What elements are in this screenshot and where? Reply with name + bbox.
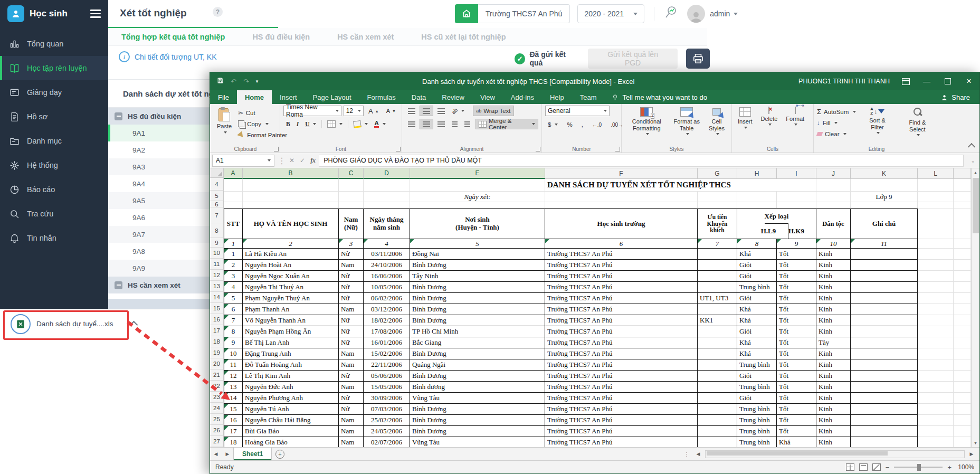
row-header-19[interactable]: 19 xyxy=(210,347,224,358)
number-format-select[interactable]: General xyxy=(545,106,610,116)
cell[interactable] xyxy=(918,315,954,326)
data-cell[interactable]: Kinh xyxy=(816,393,851,404)
cell[interactable] xyxy=(918,359,954,371)
new-sheet-button[interactable]: + xyxy=(272,448,288,460)
ribbon-tab-add-ins[interactable]: Add-ins xyxy=(503,90,542,104)
share-button[interactable]: Share xyxy=(941,90,979,104)
data-cell[interactable] xyxy=(698,371,737,382)
header-cell-hl9[interactable]: H.L9 xyxy=(749,224,788,239)
data-cell[interactable] xyxy=(698,282,737,293)
ribbon-tab-home[interactable]: Home xyxy=(237,90,272,104)
horizontal-scrollbar[interactable]: ◀ ▶ xyxy=(692,448,979,460)
grow-font-button[interactable]: A▲ xyxy=(366,106,382,116)
data-cell[interactable]: Vũng Tàu xyxy=(410,393,545,404)
index-cell[interactable]: 8 xyxy=(737,239,777,249)
sidebar-item-Giảng dạy[interactable]: Giảng dạy xyxy=(0,80,108,105)
page-break-view-icon[interactable] xyxy=(872,463,881,471)
data-cell[interactable]: Bình Dương xyxy=(410,304,545,315)
cell[interactable] xyxy=(777,192,816,202)
data-cell[interactable]: Nguyễn Đức Anh xyxy=(243,382,339,393)
index-cell[interactable]: 9 xyxy=(777,239,816,249)
conditional-formatting-button[interactable]: ≠Conditional Formatting xyxy=(625,106,668,137)
data-cell[interactable]: Trường THCS7 An Phú xyxy=(545,315,698,326)
row-header-6[interactable]: 6 xyxy=(210,201,224,207)
row-header-4[interactable]: 4 xyxy=(210,178,224,191)
data-cell[interactable]: Trung bình xyxy=(737,282,777,293)
data-cell[interactable] xyxy=(698,382,737,393)
align-top-icon[interactable] xyxy=(405,106,418,116)
data-cell[interactable] xyxy=(851,415,918,426)
data-cell[interactable]: Bế Thị Lan Anh xyxy=(243,337,339,348)
data-cell[interactable]: Nguyễn Phạm Hồng Ân xyxy=(243,326,339,337)
ngay-xet-cell[interactable]: Ngày xét: xyxy=(410,192,545,202)
cell-filler[interactable] xyxy=(954,271,971,282)
data-cell[interactable]: Kinh xyxy=(816,271,851,282)
font-family-select[interactable]: Times New Roma xyxy=(283,106,341,116)
cell-filler[interactable] xyxy=(954,415,971,426)
data-cell[interactable] xyxy=(698,437,737,447)
cell[interactable] xyxy=(918,415,954,426)
confirm-entry-icon[interactable]: ✓ xyxy=(300,157,305,164)
data-cell[interactable]: 6 xyxy=(224,304,243,315)
data-cell[interactable]: Giỏi xyxy=(737,393,777,404)
cell[interactable] xyxy=(918,382,954,393)
data-cell[interactable]: 24/05/2006 xyxy=(364,426,410,437)
cell[interactable] xyxy=(918,326,954,337)
header-cell[interactable]: Ngày tháng năm sinh xyxy=(364,208,410,239)
data-cell[interactable]: Khá xyxy=(737,348,777,359)
data-cell[interactable]: Bình Dương xyxy=(410,282,545,293)
percent-format-button[interactable]: % xyxy=(564,119,575,130)
cell[interactable] xyxy=(698,202,737,208)
index-cell[interactable]: 11 xyxy=(851,239,918,249)
data-cell[interactable]: Trường THCS7 An Phú xyxy=(545,304,698,315)
cell-filler[interactable] xyxy=(954,282,971,293)
data-cell[interactable] xyxy=(851,260,918,271)
data-cell[interactable] xyxy=(698,404,737,415)
data-cell[interactable]: Trường THCS7 An Phú xyxy=(545,326,698,337)
data-cell[interactable]: Tốt xyxy=(777,371,816,382)
data-cell[interactable]: Nam xyxy=(339,304,364,315)
scroll-up-icon[interactable]: ▲ xyxy=(972,168,979,177)
data-cell[interactable] xyxy=(698,326,737,337)
cell[interactable] xyxy=(851,202,918,208)
data-cell[interactable]: Võ Nguyễn Thanh An xyxy=(243,315,339,326)
data-cell[interactable]: Đỗ Tuấn Hoàng Anh xyxy=(243,359,339,371)
column-header-H[interactable]: H xyxy=(737,168,777,179)
ribbon-tab-help[interactable]: Help xyxy=(542,90,572,104)
increase-indent-icon[interactable] xyxy=(462,119,473,129)
data-cell[interactable] xyxy=(851,348,918,359)
row-header-9[interactable]: 9 xyxy=(210,238,224,248)
cell-filler[interactable] xyxy=(954,179,971,192)
data-cell[interactable]: 06/02/2006 xyxy=(364,293,410,304)
data-cell[interactable]: Giỏi xyxy=(737,271,777,282)
data-cell[interactable] xyxy=(851,393,918,404)
data-cell[interactable]: UT1, UT3 xyxy=(698,293,737,304)
data-cell[interactable]: Kinh xyxy=(816,293,851,304)
redo-icon[interactable]: ↷ xyxy=(243,78,249,86)
cell[interactable] xyxy=(918,393,954,404)
cell[interactable] xyxy=(918,371,954,382)
zoom-slider[interactable] xyxy=(894,467,943,468)
data-cell[interactable]: Nam xyxy=(339,359,364,371)
cell[interactable] xyxy=(918,202,954,208)
cell[interactable] xyxy=(737,202,777,208)
data-cell[interactable]: Kinh xyxy=(816,326,851,337)
column-header-D[interactable]: D xyxy=(364,168,410,179)
data-cell[interactable]: Tốt xyxy=(777,271,816,282)
cell[interactable] xyxy=(918,239,954,249)
name-box[interactable]: A1 xyxy=(212,155,274,167)
tell-me-box[interactable]: Tell me what you want to do xyxy=(612,90,707,104)
data-cell[interactable] xyxy=(698,359,737,371)
data-cell[interactable]: Giỏi xyxy=(737,326,777,337)
data-cell[interactable]: 16 xyxy=(224,415,243,426)
cell-filler[interactable] xyxy=(954,239,971,249)
data-cell[interactable]: 16/06/2006 xyxy=(364,271,410,282)
data-cell[interactable]: Kinh xyxy=(816,382,851,393)
data-cell[interactable]: Nguyễn Hoài An xyxy=(243,260,339,271)
data-cell[interactable]: Nam xyxy=(339,437,364,447)
class-item-9A3[interactable]: 9A3 xyxy=(108,158,210,175)
data-cell[interactable]: Tốt xyxy=(777,359,816,371)
index-cell[interactable]: 7 xyxy=(698,239,737,249)
data-cell[interactable]: Trung bình xyxy=(737,359,777,371)
column-header-K[interactable]: K xyxy=(851,168,918,179)
